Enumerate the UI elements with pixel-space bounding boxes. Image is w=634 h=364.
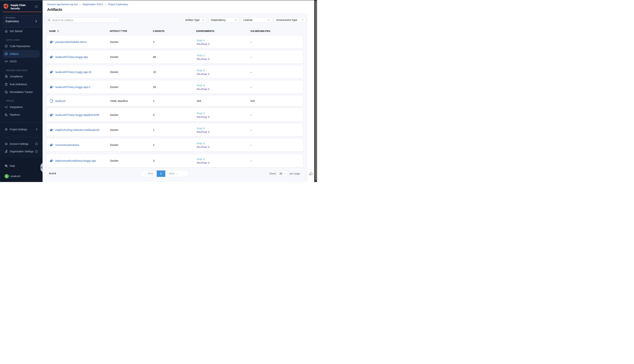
svg-text:?: ? xyxy=(6,165,7,166)
